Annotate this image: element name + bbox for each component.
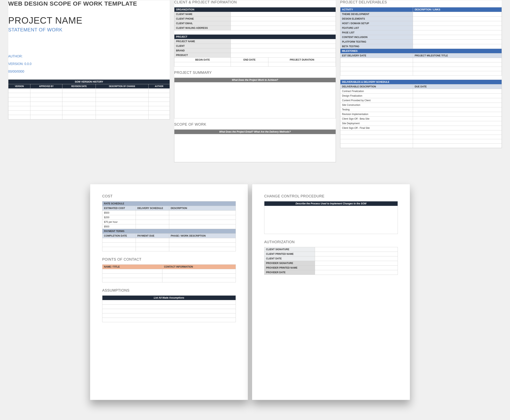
table-row: CLIENT NAME [174,12,336,17]
schedule-row-8: Client Sign-Off - Final Site [340,126,413,130]
assumptions-table: List All Made Assumptions [102,295,236,322]
auth-label-3: PROVIDER SIGNATURE [264,261,315,266]
table-row: PRODUCT [174,53,336,58]
history-title: SOW VERSION HISTORY [8,80,170,84]
table-row [102,278,236,282]
change-hdr: Describe the Process Used to Implement C… [264,201,398,206]
schedule-row-1: Design Finalization [340,94,413,98]
rate-col-2: DESCRIPTION [169,206,236,210]
table-row [102,238,236,243]
client-section-title: CLIENT & PROJECT INFORMATION [174,0,336,4]
table-row [340,144,502,148]
table-row: PAGE LIST [340,30,502,35]
change-title: CHANGE CONTROL PROCEDURE [264,194,398,198]
auth-label-5: PROVIDER DATE [264,270,315,275]
schedule-col-0: DELIVERABLE DESCRIPTION [340,84,413,89]
auth-label-1: CLIENT PRINTED NAME [264,252,315,256]
organization-table: ORGANIZATION CLIENT NAME CLIENT PHONE CL… [174,7,336,30]
table-row [8,115,170,120]
sow-version-history-table: SOW VERSION HISTORY VERSION APPROVED BY … [8,79,170,120]
contacts-col-0: NAME / TITLE [102,265,162,269]
version-label: VERSION: 0.0.0 [8,62,170,66]
table-row [340,135,502,139]
table-row: PLATFORM TESTING [340,40,502,44]
table-row: Contract Finalization [340,89,502,94]
activity-4: PAGE LIST [340,30,413,35]
rate-row-2: $75 per hour [102,220,136,225]
page-1-cover: WEB DESIGN SCOPE OF WORK TEMPLATE PROJEC… [8,0,170,120]
page-2-client-info: CLIENT & PROJECT INFORMATION ORGANIZATIO… [174,0,336,162]
assumptions-hdr: List All Made Assumptions [102,296,236,300]
cost-title: COST [102,194,236,198]
table-row: Site Construction [340,103,502,107]
activity-1: DESIGN ELEMENTS [340,17,413,21]
table-row: CONTENT INCLUSION [340,35,502,40]
table-row [174,62,336,67]
table-row: DESIGN ELEMENTS [340,17,502,21]
table-row [8,93,170,98]
delivery-schedule-table: DELIVERABLES & DELIVERY SCHEDULE DELIVER… [340,80,502,148]
rate-schedule-table: RATE SCHEDULE ESTIMATED COST DELIVERY SC… [102,201,236,251]
schedule-row-6: Client Sign-Off - Beta Site [340,117,413,121]
table-row: CLIENT PRINTED NAME [264,252,398,256]
history-col-1: APPROVED BY [30,84,62,89]
table-row: $75 per hour [102,220,236,225]
table-row: $500 [102,210,236,215]
table-row: FEATURE LIST [340,26,502,30]
table-row [102,269,236,274]
table-row: HOST / DOMAIN SETUP [340,21,502,26]
contacts-col-1: CONTACT INFORMATION [162,265,236,269]
auth-label-0: CLIENT SIGNATURE [264,247,315,252]
auth-label-2: CLIENT DATE [264,256,315,261]
project-summary-table: What Does the Project Work to Achieve? [174,78,336,118]
table-row: Design Finalization [340,94,502,98]
rate-row-3: $500 [102,225,136,229]
page-3-deliverables: PROJECT DELIVERABLES ACTIVITY DESCRIPTIO… [340,0,502,148]
scope-hdr: What Does the Project Entail? What Are t… [174,130,336,134]
rate-row-0: $500 [102,210,136,215]
org-label-1: CLIENT PHONE [174,17,231,21]
rate-col-0: ESTIMATED COST [102,206,136,210]
schedule-row-5: Revision Implementation [340,112,413,117]
proj-label-0: PROJECT NAME [174,39,231,44]
date-col-1: END DATE [231,58,268,62]
table-row: Client Sign-Off - Beta Site [340,117,502,121]
table-row [102,309,236,313]
auth-label-4: PROVIDER PRINTED NAME [264,266,315,270]
milestone-col-1: PROJECT MILESTONE TITLE [413,53,502,58]
date-col-2: PROJECT DURATION [268,58,336,62]
org-label-2: CLIENT EMAIL [174,21,231,26]
proj-label-1: CLIENT [174,44,231,48]
page-5-change-auth: CHANGE CONTROL PROCEDURE Describe the Pr… [252,184,410,400]
table-row: PROJECT NAME [174,39,336,44]
activity-6: PLATFORM TESTING [340,40,413,44]
assumptions-title: ASSUMPTIONS [102,288,236,292]
proj-label-2: BRAND [174,48,231,53]
payment-col-0: COMPLETION DATE [102,234,136,238]
table-row [102,243,236,247]
table-row [102,318,236,322]
date-col-0: BEGIN DATE [174,58,231,62]
table-row [174,134,336,162]
milestones-hdr: MILESTONES [340,49,502,53]
table-row [102,313,236,318]
schedule-col-1: DUE DATE [413,84,502,89]
table-row [340,71,502,75]
table-row: Revision Implementation [340,112,502,117]
auth-title: AUTHORIZATION [264,240,398,244]
authorization-table: CLIENT SIGNATURE CLIENT PRINTED NAME CLI… [264,247,398,275]
table-row: CLIENT DATE [264,256,398,261]
project-name: PROJECT NAME [8,15,170,26]
schedule-hdr: DELIVERABLES & DELIVERY SCHEDULE [340,80,502,84]
activity-table: ACTIVITY DESCRIPTION / LINKS THEME DEVEL… [340,7,502,75]
history-col-2: REVISION DATE [62,84,96,89]
rate-col-1: DELIVERY SCHEDULE [135,206,169,210]
activity-col-0: ACTIVITY [340,8,413,12]
template-title: WEB DESIGN SCOPE OF WORK TEMPLATE [8,0,170,7]
table-row: CLIENT PHONE [174,17,336,21]
schedule-row-4: Testing [340,107,413,112]
rate-hdr: RATE SCHEDULE [102,201,236,206]
payment-col-1: PAYMENT DUE [135,234,169,238]
milestone-col-0: EST DELIVERY DATE [340,53,413,58]
table-row: Content Provided by Client [340,98,502,103]
